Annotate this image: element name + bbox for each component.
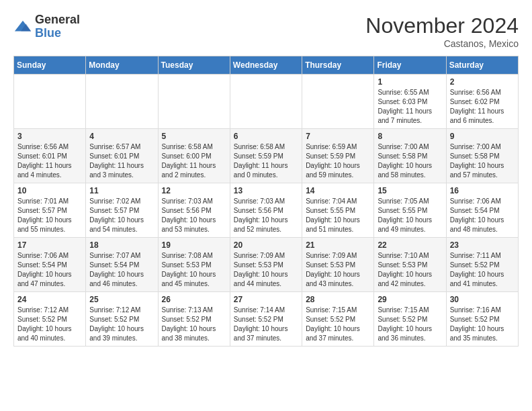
logo: General Blue xyxy=(13,13,80,40)
day-number: 7 xyxy=(306,132,370,141)
day-info: Sunrise: 7:14 AM Sunset: 5:52 PM Dayligh… xyxy=(234,306,298,343)
day-cell: 25Sunrise: 7:12 AM Sunset: 5:52 PM Dayli… xyxy=(86,292,158,347)
day-cell xyxy=(86,75,158,129)
day-info: Sunrise: 7:16 AM Sunset: 5:52 PM Dayligh… xyxy=(450,306,515,343)
day-cell: 21Sunrise: 7:09 AM Sunset: 5:53 PM Dayli… xyxy=(302,238,374,292)
day-cell: 7Sunrise: 6:59 AM Sunset: 5:59 PM Daylig… xyxy=(302,129,374,183)
day-number: 18 xyxy=(89,240,154,250)
day-cell: 22Sunrise: 7:10 AM Sunset: 5:53 PM Dayli… xyxy=(374,238,446,292)
location-subtitle: Castanos, Mexico xyxy=(365,38,519,49)
weekday-header-monday: Monday xyxy=(86,56,158,75)
day-number: 3 xyxy=(17,132,82,141)
logo-blue-text: Blue xyxy=(35,26,61,40)
day-number: 6 xyxy=(234,132,298,141)
day-info: Sunrise: 7:12 AM Sunset: 5:52 PM Dayligh… xyxy=(89,306,154,343)
day-info: Sunrise: 7:01 AM Sunset: 5:57 PM Dayligh… xyxy=(17,197,82,234)
day-cell: 28Sunrise: 7:15 AM Sunset: 5:52 PM Dayli… xyxy=(302,292,374,347)
day-cell: 12Sunrise: 7:03 AM Sunset: 5:56 PM Dayli… xyxy=(158,183,230,238)
day-cell: 17Sunrise: 7:06 AM Sunset: 5:54 PM Dayli… xyxy=(14,238,86,292)
weekday-header-friday: Friday xyxy=(374,56,446,75)
logo-icon xyxy=(13,17,32,36)
day-cell: 15Sunrise: 7:05 AM Sunset: 5:55 PM Dayli… xyxy=(374,183,446,238)
day-info: Sunrise: 7:03 AM Sunset: 5:56 PM Dayligh… xyxy=(234,197,298,234)
day-info: Sunrise: 7:03 AM Sunset: 5:56 PM Dayligh… xyxy=(162,197,226,234)
day-cell: 10Sunrise: 7:01 AM Sunset: 5:57 PM Dayli… xyxy=(14,183,86,238)
day-cell: 14Sunrise: 7:04 AM Sunset: 5:55 PM Dayli… xyxy=(302,183,374,238)
day-cell: 2Sunrise: 6:56 AM Sunset: 6:02 PM Daylig… xyxy=(446,75,518,129)
day-cell: 30Sunrise: 7:16 AM Sunset: 5:52 PM Dayli… xyxy=(446,292,518,347)
day-cell: 16Sunrise: 7:06 AM Sunset: 5:54 PM Dayli… xyxy=(446,183,518,238)
day-cell: 19Sunrise: 7:08 AM Sunset: 5:53 PM Dayli… xyxy=(158,238,230,292)
day-number: 8 xyxy=(378,132,442,141)
day-cell: 1Sunrise: 6:55 AM Sunset: 6:03 PM Daylig… xyxy=(374,75,446,129)
day-number: 10 xyxy=(17,186,82,195)
day-number: 2 xyxy=(450,77,515,87)
calendar-table: SundayMondayTuesdayWednesdayThursdayFrid… xyxy=(13,56,519,347)
weekday-header-row: SundayMondayTuesdayWednesdayThursdayFrid… xyxy=(14,56,519,75)
day-info: Sunrise: 7:06 AM Sunset: 5:54 PM Dayligh… xyxy=(450,197,515,234)
day-cell: 11Sunrise: 7:02 AM Sunset: 5:57 PM Dayli… xyxy=(86,183,158,238)
day-info: Sunrise: 7:00 AM Sunset: 5:58 PM Dayligh… xyxy=(378,142,442,180)
day-number: 21 xyxy=(306,240,370,250)
day-number: 13 xyxy=(234,186,298,195)
weekday-header-wednesday: Wednesday xyxy=(230,56,302,75)
day-number: 16 xyxy=(450,186,515,195)
day-number: 19 xyxy=(162,240,226,250)
day-cell: 8Sunrise: 7:00 AM Sunset: 5:58 PM Daylig… xyxy=(374,129,446,183)
day-number: 24 xyxy=(17,295,82,304)
day-info: Sunrise: 7:09 AM Sunset: 5:53 PM Dayligh… xyxy=(234,251,298,289)
day-number: 5 xyxy=(162,132,226,141)
title-block: November 2024 Castanos, Mexico xyxy=(365,13,519,49)
day-cell xyxy=(14,75,86,129)
day-number: 26 xyxy=(162,295,226,304)
day-info: Sunrise: 7:11 AM Sunset: 5:52 PM Dayligh… xyxy=(450,251,515,289)
day-number: 30 xyxy=(450,295,515,304)
logo-general-text: General xyxy=(35,13,80,26)
day-cell: 24Sunrise: 7:12 AM Sunset: 5:52 PM Dayli… xyxy=(14,292,86,347)
day-cell: 4Sunrise: 6:57 AM Sunset: 6:01 PM Daylig… xyxy=(86,129,158,183)
day-number: 27 xyxy=(234,295,298,304)
day-number: 4 xyxy=(89,132,154,141)
day-cell: 20Sunrise: 7:09 AM Sunset: 5:53 PM Dayli… xyxy=(230,238,302,292)
day-number: 29 xyxy=(378,295,442,304)
day-info: Sunrise: 7:09 AM Sunset: 5:53 PM Dayligh… xyxy=(306,251,370,289)
day-number: 28 xyxy=(306,295,370,304)
day-number: 1 xyxy=(378,77,442,87)
weekday-header-saturday: Saturday xyxy=(446,56,518,75)
day-info: Sunrise: 7:15 AM Sunset: 5:52 PM Dayligh… xyxy=(306,306,370,343)
day-number: 11 xyxy=(89,186,154,195)
day-cell: 18Sunrise: 7:07 AM Sunset: 5:54 PM Dayli… xyxy=(86,238,158,292)
day-info: Sunrise: 7:02 AM Sunset: 5:57 PM Dayligh… xyxy=(89,197,154,234)
day-info: Sunrise: 6:58 AM Sunset: 6:00 PM Dayligh… xyxy=(162,142,226,180)
day-info: Sunrise: 7:08 AM Sunset: 5:53 PM Dayligh… xyxy=(162,251,226,289)
day-info: Sunrise: 6:55 AM Sunset: 6:03 PM Dayligh… xyxy=(378,88,442,126)
week-row-4: 17Sunrise: 7:06 AM Sunset: 5:54 PM Dayli… xyxy=(14,238,519,292)
day-info: Sunrise: 6:56 AM Sunset: 6:01 PM Dayligh… xyxy=(17,142,82,180)
day-cell: 5Sunrise: 6:58 AM Sunset: 6:00 PM Daylig… xyxy=(158,129,230,183)
day-cell xyxy=(158,75,230,129)
day-info: Sunrise: 6:58 AM Sunset: 5:59 PM Dayligh… xyxy=(234,142,298,180)
day-cell: 13Sunrise: 7:03 AM Sunset: 5:56 PM Dayli… xyxy=(230,183,302,238)
day-cell: 9Sunrise: 7:00 AM Sunset: 5:58 PM Daylig… xyxy=(446,129,518,183)
weekday-header-thursday: Thursday xyxy=(302,56,374,75)
day-info: Sunrise: 7:00 AM Sunset: 5:58 PM Dayligh… xyxy=(450,142,515,180)
day-number: 25 xyxy=(89,295,154,304)
day-info: Sunrise: 7:05 AM Sunset: 5:55 PM Dayligh… xyxy=(378,197,442,234)
day-number: 23 xyxy=(450,240,515,250)
day-number: 20 xyxy=(234,240,298,250)
day-info: Sunrise: 6:59 AM Sunset: 5:59 PM Dayligh… xyxy=(306,142,370,180)
day-cell: 3Sunrise: 6:56 AM Sunset: 6:01 PM Daylig… xyxy=(14,129,86,183)
day-number: 14 xyxy=(306,186,370,195)
month-title: November 2024 xyxy=(365,13,519,38)
weekday-header-sunday: Sunday xyxy=(14,56,86,75)
day-cell: 6Sunrise: 6:58 AM Sunset: 5:59 PM Daylig… xyxy=(230,129,302,183)
day-cell: 27Sunrise: 7:14 AM Sunset: 5:52 PM Dayli… xyxy=(230,292,302,347)
weekday-header-tuesday: Tuesday xyxy=(158,56,230,75)
week-row-3: 10Sunrise: 7:01 AM Sunset: 5:57 PM Dayli… xyxy=(14,183,519,238)
day-cell: 29Sunrise: 7:15 AM Sunset: 5:52 PM Dayli… xyxy=(374,292,446,347)
day-info: Sunrise: 6:57 AM Sunset: 6:01 PM Dayligh… xyxy=(89,142,154,180)
day-number: 17 xyxy=(17,240,82,250)
day-info: Sunrise: 7:10 AM Sunset: 5:53 PM Dayligh… xyxy=(378,251,442,289)
week-row-5: 24Sunrise: 7:12 AM Sunset: 5:52 PM Dayli… xyxy=(14,292,519,347)
day-info: Sunrise: 7:06 AM Sunset: 5:54 PM Dayligh… xyxy=(17,251,82,289)
